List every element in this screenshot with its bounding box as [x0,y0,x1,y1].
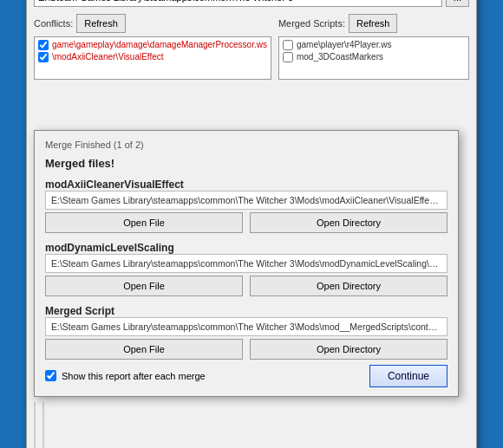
conflict-item-text-2: \modAxiiCleaner\VisualEffect [52,52,164,62]
section-2: modDynamicLevelScaling E:\Steam Games Li… [45,238,447,296]
merged-item-checkbox-2[interactable] [283,52,293,62]
window-body: Witcher 3 Directory ... Conflicts: Refre… [27,0,476,87]
section-1-title: modAxiiCleanerVisualEffect [45,179,447,191]
continue-button[interactable]: Continue [369,365,447,387]
merge-dialog: Merge Finished (1 of 2) Merged files! mo… [34,130,459,397]
list-item: \modAxiiCleaner\VisualEffect [36,51,269,63]
dialog-header: Merged files! [45,157,447,170]
merged-item-text-1: game\player\r4Player.ws [297,40,392,49]
conflict-item-checkbox-1[interactable] [38,40,49,50]
witcher-dir-input[interactable] [34,0,442,7]
show-report-label: Show this report after each merge [62,371,206,381]
section-1-open-dir[interactable]: Open Directory [250,212,447,233]
dialog-container: Merge Finished (1 of 2) Merged files! mo… [34,87,469,397]
section-2-title: modDynamicLevelScaling [45,242,447,254]
section-3-buttons: Open File Open Directory [45,339,447,360]
show-report-row: Show this report after each merge [45,370,206,381]
section-2-open-file[interactable]: Open File [45,276,243,296]
left-empty-panel [34,402,36,449]
panels-row: Conflicts: Refresh game\gameplay\damage\… [34,14,469,80]
section-1-path: E:\Steam Games Library\steamapps\common\… [45,191,447,210]
right-empty-panel [42,402,44,449]
section-1: modAxiiCleanerVisualEffect E:\Steam Game… [45,175,447,233]
conflicts-label: Conflicts: [34,18,73,29]
section-3-title: Merged Script [45,305,447,317]
bottom-area: Review each merge (even if auto-solvable… [27,397,476,449]
browse-button[interactable]: ... [446,0,469,7]
section-3: Merged Script E:\Steam Games Library\ste… [45,302,447,360]
section-2-buttons: Open File Open Directory [45,276,447,296]
merged-scripts-refresh-button[interactable]: Refresh [349,14,398,33]
conflicts-list[interactable]: game\gameplay\damage\damageManagerProces… [34,36,271,80]
conflicts-header: Conflicts: Refresh [34,14,271,33]
merged-scripts-header: Merged Scripts: Refresh [278,14,469,33]
section-3-path: E:\Steam Games Library\steamapps\common\… [45,317,447,336]
merged-item-text-2: mod_3DCoastMarkers [297,52,383,62]
merged-scripts-panel: Merged Scripts: Refresh game\player\r4Pl… [278,14,469,80]
dialog-status: Merge Finished (1 of 2) [45,140,447,150]
list-item: game\player\r4Player.ws [281,39,467,51]
bottom-panels [34,402,469,449]
merged-item-checkbox-1[interactable] [283,40,293,50]
show-report-checkbox[interactable] [45,370,56,381]
section-2-path: E:\Steam Games Library\steamapps\common\… [45,254,447,273]
dialog-body: Merge Finished (1 of 2) Merged files! mo… [35,131,458,396]
section-2-open-dir[interactable]: Open Directory [250,276,447,296]
conflicts-refresh-button[interactable]: Refresh [76,14,126,33]
conflicts-panel: Conflicts: Refresh game\gameplay\damage\… [34,14,271,80]
section-3-open-dir[interactable]: Open Directory [250,339,447,360]
section-1-buttons: Open File Open Directory [45,212,447,233]
dialog-footer: Show this report after each merge Contin… [45,365,447,387]
main-window: ⚙ Script Merger v0.4.3.0 ─ □ ✕ Witcher 3… [26,0,477,448]
section-1-open-file[interactable]: Open File [45,212,243,233]
merged-scripts-label: Merged Scripts: [278,18,345,29]
conflict-item-text-1: game\gameplay\damage\damageManagerProces… [52,40,267,49]
list-item: mod_3DCoastMarkers [281,51,467,63]
witcher-dir-input-row: ... [34,0,469,7]
section-3-open-file[interactable]: Open File [45,339,243,360]
conflict-item-checkbox-2[interactable] [38,52,49,62]
list-item: game\gameplay\damage\damageManagerProces… [36,39,269,51]
merged-scripts-list[interactable]: game\player\r4Player.ws mod_3DCoastMarke… [278,36,469,80]
